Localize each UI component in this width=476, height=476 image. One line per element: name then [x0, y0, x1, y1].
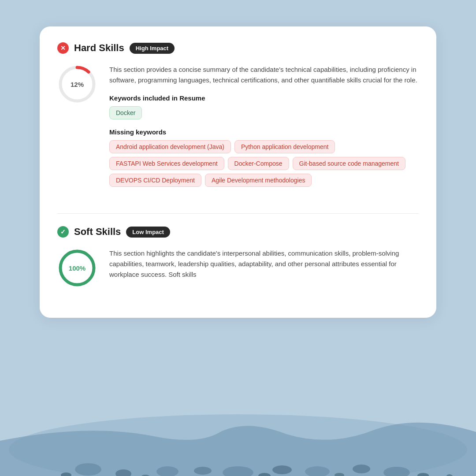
soft-skills-title: Soft Skills: [74, 226, 121, 238]
svg-point-4: [194, 467, 212, 475]
missing-keywords-section: Missing keywords Android application dev…: [109, 128, 419, 187]
hard-skills-description: This section provides a concise summary …: [109, 64, 419, 86]
svg-point-6: [272, 465, 292, 474]
hard-skills-status-icon: ✕: [57, 42, 69, 54]
included-keywords-row: Docker: [109, 106, 419, 119]
hard-skills-title: Hard Skills: [74, 42, 124, 54]
soft-skills-content: 100% This section highlights the candida…: [57, 248, 419, 288]
missing-keywords-row: Android application development (Java) P…: [109, 140, 419, 187]
soft-skills-header: ✓ Soft Skills Low Impact: [57, 226, 419, 238]
svg-point-1: [75, 463, 101, 476]
included-keywords-title: Keywords included in Resume: [109, 94, 419, 102]
keyword-docker-compose: Docker-Compose: [228, 157, 289, 170]
hard-skills-section: ✕ Hard Skills High Impact 12% This secti…: [57, 42, 419, 201]
soft-skills-description: This section highlights the candidate's …: [109, 248, 419, 280]
soft-skills-section: ✓ Soft Skills Low Impact 100% This secti…: [57, 226, 419, 302]
hard-skills-header: ✕ Hard Skills High Impact: [57, 42, 419, 54]
hard-skills-progress-label: 12%: [71, 81, 84, 88]
keyword-python: Python application development: [234, 140, 335, 153]
keyword-devops: DEVOPS CI/CD Deployment: [109, 174, 201, 187]
soft-skills-status-icon: ✓: [57, 226, 69, 238]
missing-keywords-title: Missing keywords: [109, 128, 419, 136]
soft-skills-progress-label: 100%: [69, 264, 86, 272]
keyword-git: Git-based source code management: [293, 157, 405, 170]
soft-skills-details: This section highlights the candidate's …: [109, 248, 419, 280]
soft-skills-progress-circle: 100%: [57, 248, 97, 288]
section-divider: [57, 213, 419, 214]
svg-point-8: [353, 465, 370, 473]
soft-skills-impact-badge: Low Impact: [126, 227, 170, 238]
keyword-fastapi: FASTAPI Web Services development: [109, 157, 224, 170]
hard-skills-content: 12% This section provides a concise summ…: [57, 64, 419, 187]
keyword-docker: Docker: [109, 106, 142, 119]
keyword-android: Android application development (Java): [109, 140, 231, 153]
keyword-agile: Agile Development methodologies: [205, 174, 312, 187]
hard-skills-details: This section provides a concise summary …: [109, 64, 419, 187]
hard-skills-impact-badge: High Impact: [130, 43, 175, 54]
hard-skills-progress-circle: 12%: [57, 64, 97, 104]
included-keywords-section: Keywords included in Resume Docker: [109, 94, 419, 119]
main-card: ✕ Hard Skills High Impact 12% This secti…: [40, 26, 436, 318]
